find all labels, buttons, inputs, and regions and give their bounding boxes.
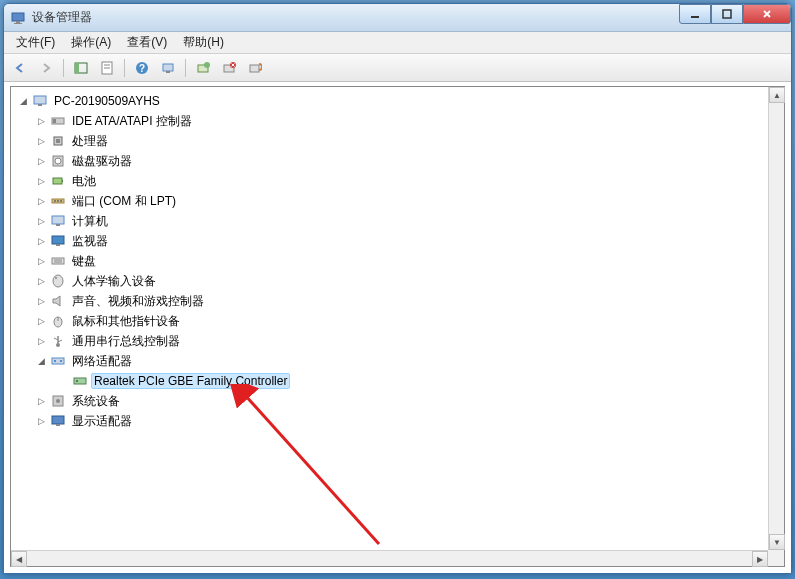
app-icon bbox=[10, 10, 26, 26]
svg-rect-52 bbox=[76, 380, 78, 382]
expand-icon[interactable]: ▷ bbox=[35, 115, 47, 127]
scan-hardware-button[interactable] bbox=[156, 57, 180, 79]
expand-icon[interactable]: ▷ bbox=[35, 215, 47, 227]
expand-icon[interactable]: ▷ bbox=[35, 155, 47, 167]
tree-category[interactable]: ▷声音、视频和游戏控制器 bbox=[13, 291, 782, 311]
expand-icon[interactable]: ▷ bbox=[35, 175, 47, 187]
expand-icon[interactable]: ▷ bbox=[35, 315, 47, 327]
svg-rect-6 bbox=[75, 63, 79, 73]
tree-category-label: 声音、视频和游戏控制器 bbox=[69, 292, 207, 311]
expand-icon[interactable]: ▷ bbox=[35, 295, 47, 307]
svg-point-41 bbox=[55, 277, 57, 279]
close-button[interactable] bbox=[743, 4, 791, 24]
properties-button[interactable] bbox=[95, 57, 119, 79]
svg-rect-13 bbox=[166, 71, 170, 73]
tree-view[interactable]: ◢ PC-20190509AYHS ▷IDE ATA/ATAPI 控制器▷处理器… bbox=[10, 86, 785, 567]
svg-point-54 bbox=[56, 399, 60, 403]
tree-category-label: 处理器 bbox=[69, 132, 111, 151]
tree-category[interactable]: ▷计算机 bbox=[13, 211, 782, 231]
computer-icon bbox=[50, 213, 66, 229]
tree-category[interactable]: ◢网络适配器 bbox=[13, 351, 782, 371]
svg-rect-49 bbox=[54, 360, 56, 362]
tree-category[interactable]: ▷处理器 bbox=[13, 131, 782, 151]
tree-category[interactable]: ▷磁盘驱动器 bbox=[13, 151, 782, 171]
svg-point-40 bbox=[53, 275, 63, 287]
menu-action[interactable]: 操作(A) bbox=[63, 32, 119, 53]
toolbar-separator bbox=[63, 59, 64, 77]
tree-category-label: IDE ATA/ATAPI 控制器 bbox=[69, 112, 195, 131]
tree-category[interactable]: ▷通用串行总线控制器 bbox=[13, 331, 782, 351]
svg-rect-4 bbox=[723, 10, 731, 18]
tree-root-label: PC-20190509AYHS bbox=[51, 93, 163, 109]
expand-icon[interactable]: ▷ bbox=[35, 335, 47, 347]
battery-icon bbox=[50, 173, 66, 189]
tree-category-label: 键盘 bbox=[69, 252, 99, 271]
expand-icon[interactable]: ▷ bbox=[35, 275, 47, 287]
menu-help[interactable]: 帮助(H) bbox=[175, 32, 232, 53]
view-pane-button[interactable] bbox=[69, 57, 93, 79]
svg-rect-56 bbox=[56, 424, 60, 426]
collapse-icon[interactable]: ◢ bbox=[17, 95, 29, 107]
tree-category[interactable]: ▷鼠标和其他指针设备 bbox=[13, 311, 782, 331]
horizontal-scrollbar[interactable]: ◀ ▶ bbox=[11, 550, 768, 566]
disable-button[interactable] bbox=[243, 57, 267, 79]
minimize-button[interactable] bbox=[679, 4, 711, 24]
tree-category[interactable]: ▷键盘 bbox=[13, 251, 782, 271]
tree-category-label: 电池 bbox=[69, 172, 99, 191]
svg-point-31 bbox=[57, 200, 59, 202]
tree-root[interactable]: ◢ PC-20190509AYHS bbox=[13, 91, 782, 111]
tree-category[interactable]: ▷端口 (COM 和 LPT) bbox=[13, 191, 782, 211]
scroll-left-button[interactable]: ◀ bbox=[11, 551, 27, 567]
svg-rect-36 bbox=[56, 244, 60, 246]
expand-icon[interactable]: ▷ bbox=[35, 195, 47, 207]
tree-category-label: 网络适配器 bbox=[69, 352, 135, 371]
back-button[interactable] bbox=[8, 57, 32, 79]
tree-category-label: 端口 (COM 和 LPT) bbox=[69, 192, 179, 211]
forward-button[interactable] bbox=[34, 57, 58, 79]
maximize-button[interactable] bbox=[711, 4, 743, 24]
expand-icon[interactable]: ▷ bbox=[35, 255, 47, 267]
expand-icon[interactable]: ▷ bbox=[35, 415, 47, 427]
keyboard-icon bbox=[50, 253, 66, 269]
tree-category[interactable]: ▷显示适配器 bbox=[13, 411, 782, 431]
help-button[interactable]: ? bbox=[130, 57, 154, 79]
disk-icon bbox=[50, 153, 66, 169]
scroll-up-button[interactable]: ▲ bbox=[769, 87, 785, 103]
scrollbar-corner bbox=[768, 550, 784, 566]
tree-category[interactable]: ▷人体学输入设备 bbox=[13, 271, 782, 291]
svg-rect-22 bbox=[53, 119, 56, 123]
sound-icon bbox=[50, 293, 66, 309]
svg-rect-19 bbox=[34, 96, 46, 104]
tree-category[interactable]: ▷监视器 bbox=[13, 231, 782, 251]
tree-category[interactable]: ▷电池 bbox=[13, 171, 782, 191]
scroll-right-button[interactable]: ▶ bbox=[752, 551, 768, 567]
svg-rect-37 bbox=[52, 258, 64, 264]
expand-icon[interactable]: ▷ bbox=[35, 135, 47, 147]
toolbar: ? bbox=[4, 54, 791, 82]
tree-device[interactable]: Realtek PCIe GBE Family Controller bbox=[13, 371, 782, 391]
tree-category[interactable]: ▷系统设备 bbox=[13, 391, 782, 411]
svg-rect-12 bbox=[163, 64, 173, 71]
menu-file[interactable]: 文件(F) bbox=[8, 32, 63, 53]
mouse-icon bbox=[50, 313, 66, 329]
menu-view[interactable]: 查看(V) bbox=[119, 32, 175, 53]
update-driver-button[interactable] bbox=[191, 57, 215, 79]
tree-category[interactable]: ▷IDE ATA/ATAPI 控制器 bbox=[13, 111, 782, 131]
svg-point-32 bbox=[60, 200, 62, 202]
cpu-icon bbox=[50, 133, 66, 149]
expand-icon[interactable]: ▷ bbox=[35, 395, 47, 407]
window-title: 设备管理器 bbox=[32, 9, 92, 26]
uninstall-button[interactable] bbox=[217, 57, 241, 79]
svg-point-30 bbox=[54, 200, 56, 202]
expand-icon[interactable]: ▷ bbox=[35, 235, 47, 247]
svg-rect-0 bbox=[12, 13, 24, 21]
device-manager-window: 设备管理器 文件(F) 操作(A) 查看(V) 帮助(H) ? bbox=[3, 3, 792, 574]
scroll-down-button[interactable]: ▼ bbox=[769, 534, 785, 550]
nic-icon bbox=[72, 373, 88, 389]
tree-category-label: 显示适配器 bbox=[69, 412, 135, 431]
toolbar-separator bbox=[124, 59, 125, 77]
expand-icon[interactable]: ◢ bbox=[35, 355, 47, 367]
tree-category-label: 系统设备 bbox=[69, 392, 123, 411]
tree-category-label: 监视器 bbox=[69, 232, 111, 251]
vertical-scrollbar[interactable]: ▲ ▼ bbox=[768, 87, 784, 550]
